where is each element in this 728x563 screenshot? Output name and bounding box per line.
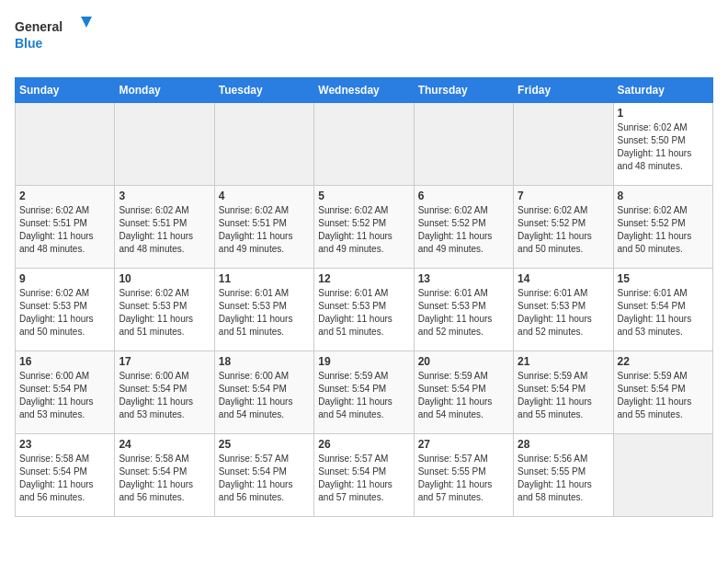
- day-cell: 10Sunrise: 6:02 AMSunset: 5:53 PMDayligh…: [115, 269, 214, 351]
- day-cell: 28Sunrise: 5:56 AMSunset: 5:55 PMDayligh…: [514, 434, 613, 517]
- day-info: Sunrise: 6:01 AMSunset: 5:53 PMDaylight:…: [418, 287, 509, 339]
- day-cell: 20Sunrise: 5:59 AMSunset: 5:54 PMDayligh…: [414, 351, 513, 434]
- day-number: 10: [119, 272, 210, 285]
- day-info: Sunrise: 6:01 AMSunset: 5:53 PMDaylight:…: [518, 287, 609, 339]
- day-info: Sunrise: 5:57 AMSunset: 5:54 PMDaylight:…: [219, 453, 310, 504]
- day-info: Sunrise: 6:02 AMSunset: 5:51 PMDaylight:…: [19, 204, 110, 256]
- header-row: SundayMondayTuesdayWednesdayThursdayFrid…: [16, 78, 713, 103]
- week-row-3: 9Sunrise: 6:02 AMSunset: 5:53 PMDaylight…: [16, 269, 713, 351]
- day-number: 1: [618, 107, 709, 120]
- day-info: Sunrise: 6:02 AMSunset: 5:52 PMDaylight:…: [618, 204, 709, 256]
- week-row-4: 16Sunrise: 6:00 AMSunset: 5:54 PMDayligh…: [16, 351, 713, 434]
- svg-text:General: General: [15, 19, 63, 34]
- day-number: 2: [19, 190, 110, 202]
- day-info: Sunrise: 6:02 AMSunset: 5:52 PMDaylight:…: [418, 204, 509, 256]
- day-cell: 19Sunrise: 5:59 AMSunset: 5:54 PMDayligh…: [314, 351, 414, 434]
- day-info: Sunrise: 6:00 AMSunset: 5:54 PMDaylight:…: [219, 370, 310, 421]
- day-number: 19: [318, 355, 409, 368]
- day-cell: 22Sunrise: 5:59 AMSunset: 5:54 PMDayligh…: [613, 351, 712, 434]
- day-header-wednesday: Wednesday: [314, 78, 414, 103]
- day-number: 17: [119, 355, 210, 368]
- week-row-2: 2Sunrise: 6:02 AMSunset: 5:51 PMDaylight…: [16, 186, 713, 269]
- day-cell: 12Sunrise: 6:01 AMSunset: 5:53 PMDayligh…: [314, 269, 414, 351]
- svg-marker-2: [81, 17, 92, 28]
- day-info: Sunrise: 6:01 AMSunset: 5:54 PMDaylight:…: [618, 287, 709, 339]
- day-cell: 13Sunrise: 6:01 AMSunset: 5:53 PMDayligh…: [414, 269, 513, 351]
- day-header-tuesday: Tuesday: [214, 78, 313, 103]
- day-info: Sunrise: 5:59 AMSunset: 5:54 PMDaylight:…: [518, 370, 609, 421]
- general-blue-logo-icon: General Blue: [15, 15, 97, 55]
- day-info: Sunrise: 6:01 AMSunset: 5:53 PMDaylight:…: [219, 287, 310, 339]
- day-number: 3: [119, 190, 210, 202]
- day-cell: 14Sunrise: 6:01 AMSunset: 5:53 PMDayligh…: [514, 269, 613, 351]
- day-cell: 11Sunrise: 6:01 AMSunset: 5:53 PMDayligh…: [214, 269, 313, 351]
- day-number: 12: [318, 272, 409, 285]
- day-cell: [514, 103, 613, 186]
- day-cell: 9Sunrise: 6:02 AMSunset: 5:53 PMDaylight…: [16, 269, 115, 351]
- day-number: 9: [19, 272, 110, 285]
- day-cell: 4Sunrise: 6:02 AMSunset: 5:51 PMDaylight…: [214, 186, 313, 269]
- day-info: Sunrise: 6:02 AMSunset: 5:51 PMDaylight:…: [219, 204, 310, 256]
- day-info: Sunrise: 6:02 AMSunset: 5:51 PMDaylight:…: [119, 204, 210, 256]
- day-number: 14: [518, 272, 609, 285]
- calendar-table: SundayMondayTuesdayWednesdayThursdayFrid…: [15, 77, 713, 517]
- day-number: 20: [418, 355, 509, 368]
- day-cell: 25Sunrise: 5:57 AMSunset: 5:54 PMDayligh…: [214, 434, 313, 517]
- day-number: 6: [418, 190, 509, 202]
- day-number: 23: [19, 438, 110, 451]
- day-number: 8: [618, 190, 709, 202]
- day-number: 22: [618, 355, 709, 368]
- day-cell: 24Sunrise: 5:58 AMSunset: 5:54 PMDayligh…: [115, 434, 214, 517]
- day-cell: 27Sunrise: 5:57 AMSunset: 5:55 PMDayligh…: [414, 434, 513, 517]
- day-cell: 17Sunrise: 6:00 AMSunset: 5:54 PMDayligh…: [115, 351, 214, 434]
- day-number: 7: [518, 190, 609, 202]
- day-cell: 18Sunrise: 6:00 AMSunset: 5:54 PMDayligh…: [214, 351, 313, 434]
- day-info: Sunrise: 6:02 AMSunset: 5:52 PMDaylight:…: [318, 204, 409, 256]
- day-info: Sunrise: 6:02 AMSunset: 5:53 PMDaylight:…: [119, 287, 210, 339]
- day-number: 18: [219, 355, 310, 368]
- day-info: Sunrise: 5:57 AMSunset: 5:55 PMDaylight:…: [418, 453, 509, 504]
- day-header-monday: Monday: [115, 78, 214, 103]
- day-cell: 26Sunrise: 5:57 AMSunset: 5:54 PMDayligh…: [314, 434, 414, 517]
- day-number: 13: [418, 272, 509, 285]
- day-header-thursday: Thursday: [414, 78, 513, 103]
- week-row-1: 1Sunrise: 6:02 AMSunset: 5:50 PMDaylight…: [16, 103, 713, 186]
- day-number: 25: [219, 438, 310, 451]
- day-info: Sunrise: 6:00 AMSunset: 5:54 PMDaylight:…: [19, 370, 110, 421]
- day-number: 26: [318, 438, 409, 451]
- day-cell: 8Sunrise: 6:02 AMSunset: 5:52 PMDaylight…: [613, 186, 712, 269]
- day-cell: 23Sunrise: 5:58 AMSunset: 5:54 PMDayligh…: [16, 434, 115, 517]
- day-info: Sunrise: 6:02 AMSunset: 5:50 PMDaylight:…: [618, 121, 709, 173]
- day-number: 21: [518, 355, 609, 368]
- day-info: Sunrise: 5:58 AMSunset: 5:54 PMDaylight:…: [19, 453, 110, 504]
- day-number: 5: [318, 190, 409, 202]
- day-cell: [414, 103, 513, 186]
- day-cell: 5Sunrise: 6:02 AMSunset: 5:52 PMDaylight…: [314, 186, 414, 269]
- day-cell: 21Sunrise: 5:59 AMSunset: 5:54 PMDayligh…: [514, 351, 613, 434]
- day-cell: 2Sunrise: 6:02 AMSunset: 5:51 PMDaylight…: [16, 186, 115, 269]
- day-cell: 7Sunrise: 6:02 AMSunset: 5:52 PMDaylight…: [514, 186, 613, 269]
- day-number: 28: [518, 438, 609, 451]
- svg-text:Blue: Blue: [15, 36, 43, 51]
- day-info: Sunrise: 5:57 AMSunset: 5:54 PMDaylight:…: [318, 453, 409, 504]
- day-info: Sunrise: 5:58 AMSunset: 5:54 PMDaylight:…: [119, 453, 210, 504]
- day-info: Sunrise: 5:56 AMSunset: 5:55 PMDaylight:…: [518, 453, 609, 504]
- logo: General Blue: [15, 15, 713, 55]
- day-info: Sunrise: 5:59 AMSunset: 5:54 PMDaylight:…: [418, 370, 509, 421]
- day-info: Sunrise: 6:01 AMSunset: 5:53 PMDaylight:…: [318, 287, 409, 339]
- day-number: 15: [618, 272, 709, 285]
- day-cell: 6Sunrise: 6:02 AMSunset: 5:52 PMDaylight…: [414, 186, 513, 269]
- day-cell: 16Sunrise: 6:00 AMSunset: 5:54 PMDayligh…: [16, 351, 115, 434]
- day-cell: [16, 103, 115, 186]
- day-cell: [613, 434, 712, 517]
- day-number: 4: [219, 190, 310, 202]
- day-cell: [314, 103, 414, 186]
- day-header-sunday: Sunday: [16, 78, 115, 103]
- day-header-friday: Friday: [514, 78, 613, 103]
- day-cell: [214, 103, 313, 186]
- day-number: 11: [219, 272, 310, 285]
- day-info: Sunrise: 6:02 AMSunset: 5:52 PMDaylight:…: [518, 204, 609, 256]
- day-cell: 3Sunrise: 6:02 AMSunset: 5:51 PMDaylight…: [115, 186, 214, 269]
- day-number: 24: [119, 438, 210, 451]
- day-info: Sunrise: 6:00 AMSunset: 5:54 PMDaylight:…: [119, 370, 210, 421]
